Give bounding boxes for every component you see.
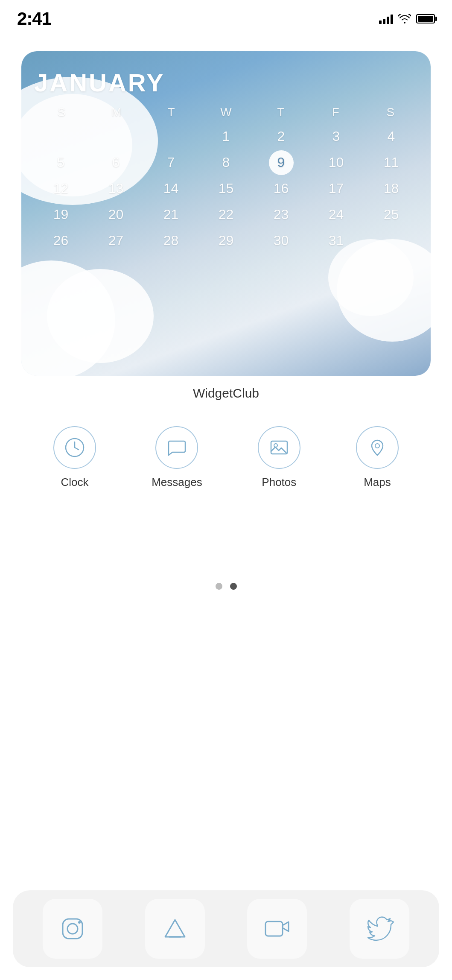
weekday-mon: M — [89, 105, 143, 119]
weekday-tue: T — [144, 105, 198, 119]
calendar-day: 13 — [89, 176, 143, 201]
wifi-icon — [398, 14, 411, 23]
calendar-weekdays: S M T W T F S — [34, 105, 418, 119]
calendar-day: 12 — [34, 176, 87, 201]
app-item-maps[interactable]: Maps — [356, 426, 399, 489]
messages-icon — [166, 437, 187, 458]
app-item-photos[interactable]: Photos — [258, 426, 300, 489]
svg-point-5 — [375, 444, 379, 448]
calendar-day — [144, 124, 198, 149]
calendar-day: 3 — [309, 124, 363, 149]
calendar-day: 21 — [144, 202, 198, 227]
maps-icon — [367, 437, 388, 458]
weekday-wed: W — [198, 105, 253, 119]
calendar-content: JANUARY S M T W T F S 123456789101112131… — [21, 51, 431, 266]
svg-point-4 — [274, 444, 277, 447]
calendar-days: 1234567891011121314151617181920212223242… — [34, 124, 418, 253]
weekday-sun: S — [34, 105, 89, 119]
battery-icon — [416, 14, 435, 23]
signal-icon — [379, 14, 393, 24]
calendar-grid: S M T W T F S 12345678910111213141516171… — [34, 105, 418, 253]
calendar-month: JANUARY — [34, 68, 418, 97]
appstore-icon — [160, 914, 190, 944]
svg-rect-10 — [265, 921, 283, 936]
messages-label: Messages — [152, 476, 202, 489]
svg-point-7 — [67, 924, 78, 934]
calendar-day: 9 — [254, 150, 308, 175]
calendar-day: 2 — [254, 124, 308, 149]
page-dot-1[interactable] — [216, 583, 222, 590]
dock-item-instagram[interactable] — [43, 899, 102, 959]
calendar-day: 29 — [199, 228, 253, 253]
svg-point-8 — [78, 921, 81, 924]
weekday-fri: F — [308, 105, 363, 119]
clock-icon-circle — [53, 426, 96, 469]
app-row: Clock Messages Photos Maps — [0, 401, 452, 489]
photos-icon-circle — [258, 426, 300, 469]
calendar-day: 4 — [365, 124, 418, 149]
dock-item-facetime[interactable] — [247, 899, 307, 959]
clock-icon — [64, 437, 85, 458]
calendar-day — [89, 124, 143, 149]
photos-icon — [268, 437, 290, 458]
messages-icon-circle — [155, 426, 198, 469]
calendar-day: 6 — [89, 150, 143, 175]
calendar-day: 23 — [254, 202, 308, 227]
calendar-day: 7 — [144, 150, 198, 175]
calendar-day: 19 — [34, 202, 87, 227]
calendar-day: 15 — [199, 176, 253, 201]
widget-label: WidgetClub — [0, 386, 452, 401]
status-bar: 2:41 — [0, 0, 452, 30]
photos-label: Photos — [262, 476, 296, 489]
calendar-day: 27 — [89, 228, 143, 253]
page-dots — [0, 583, 452, 590]
calendar-day: 5 — [34, 150, 87, 175]
clock-label: Clock — [61, 476, 89, 489]
app-item-messages[interactable]: Messages — [152, 426, 202, 489]
status-icons — [379, 14, 435, 24]
calendar-day: 10 — [309, 150, 363, 175]
app-item-clock[interactable]: Clock — [53, 426, 96, 489]
status-time: 2:41 — [17, 9, 51, 29]
calendar-day: 28 — [144, 228, 198, 253]
calendar-day — [365, 228, 418, 253]
calendar-widget[interactable]: JANUARY S M T W T F S 123456789101112131… — [21, 51, 431, 376]
calendar-day: 8 — [199, 150, 253, 175]
calendar-day — [34, 124, 87, 149]
calendar-day: 24 — [309, 202, 363, 227]
calendar-day: 11 — [365, 150, 418, 175]
twitter-icon — [365, 914, 394, 944]
page-dot-2[interactable] — [230, 583, 237, 590]
calendar-day: 1 — [199, 124, 253, 149]
calendar-day: 16 — [254, 176, 308, 201]
calendar-day: 14 — [144, 176, 198, 201]
calendar-day: 31 — [309, 228, 363, 253]
calendar-day: 22 — [199, 202, 253, 227]
dock-item-appstore[interactable] — [145, 899, 205, 959]
calendar-day: 26 — [34, 228, 87, 253]
calendar-day: 18 — [365, 176, 418, 201]
weekday-sat: S — [363, 105, 418, 119]
calendar-day: 25 — [365, 202, 418, 227]
weekday-thu: T — [254, 105, 308, 119]
dock-item-twitter[interactable] — [350, 899, 409, 959]
maps-icon-circle — [356, 426, 399, 469]
calendar-day: 17 — [309, 176, 363, 201]
calendar-day: 20 — [89, 202, 143, 227]
calendar-day: 30 — [254, 228, 308, 253]
svg-line-2 — [75, 448, 79, 450]
instagram-icon — [58, 914, 87, 944]
maps-label: Maps — [364, 476, 391, 489]
facetime-icon — [262, 914, 292, 944]
dock — [13, 890, 439, 967]
